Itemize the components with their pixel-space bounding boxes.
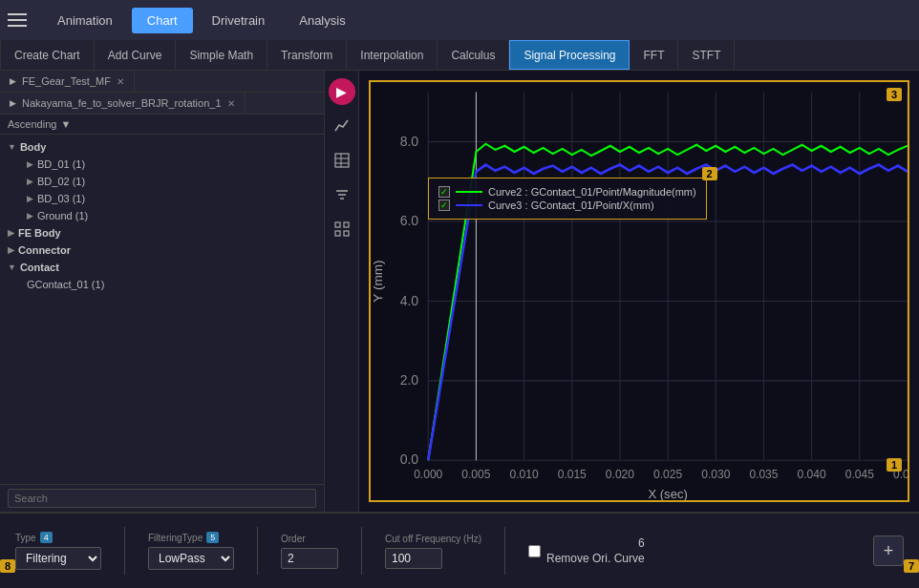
remove-curve-checkbox[interactable] [528, 545, 541, 557]
toolbar-add-curve[interactable]: Add Curve [95, 40, 177, 70]
toolbar: Create Chart Add Curve Simple Math Trans… [0, 40, 919, 71]
cutoff-input[interactable] [385, 548, 442, 569]
filtering-type-label: FilteringType 5 [148, 532, 234, 543]
divider-4 [504, 527, 505, 575]
badge-8: 8 [0, 559, 15, 573]
tree-item-ground[interactable]: ▶ Ground (1) [0, 207, 324, 224]
legend-check-curve2[interactable]: ✓ [438, 186, 450, 198]
svg-text:4.0: 4.0 [400, 292, 419, 307]
chart-main: 0.0 2.0 4.0 6.0 8.0 0.000 0.005 0.010 0.… [359, 71, 919, 512]
tree-body-label: Body [20, 141, 47, 153]
plus-button[interactable]: + [873, 536, 904, 566]
tree-section-body[interactable]: ▼ Body [0, 138, 324, 156]
toolbar-calculus[interactable]: Calculus [438, 40, 509, 70]
svg-rect-8 [344, 222, 349, 227]
toolbar-interpolation[interactable]: Interpolation [347, 40, 438, 70]
tree-area: ▼ Body ▶ BD_01 (1) ▶ BD_02 (1) ▶ BD_03 (… [0, 135, 324, 484]
type-field: Type 4 Filtering [15, 532, 101, 570]
svg-text:0.0: 0.0 [400, 452, 419, 467]
tree-expand-connector: ▶ [8, 245, 14, 255]
tree-item-gcontact01[interactable]: GContact_01 (1) [0, 276, 324, 293]
order-field: Order [281, 534, 338, 569]
nav-animation[interactable]: Animation [42, 8, 128, 33]
sort-row: Ascending ▼ [0, 115, 324, 135]
cutoff-label-text: Cut off Frequency (Hz) [385, 534, 481, 544]
sort-arrow-icon: ▼ [60, 118, 71, 130]
legend-item-curve3: ✓ Curve3 : GContact_01/Point/X(mm) [438, 200, 696, 211]
toolbar-create-chart[interactable]: Create Chart [0, 40, 95, 70]
tree-expand-febdy: ▶ [8, 228, 14, 238]
tree-expand-bd03: ▶ [27, 194, 33, 203]
search-row [0, 484, 324, 512]
tree-item-bd01[interactable]: ▶ BD_01 (1) [0, 156, 324, 173]
tree-item-bd02[interactable]: ▶ BD_02 (1) [0, 173, 324, 190]
svg-text:8.0: 8.0 [400, 133, 419, 148]
menu-icon[interactable] [8, 9, 31, 32]
tab-nakayama-close[interactable]: ✕ [227, 98, 235, 109]
toolbar-stft[interactable]: STFT [678, 40, 735, 70]
cutoff-label: Cut off Frequency (Hz) [385, 534, 481, 544]
tab-arrow-icon-2: ▶ [10, 98, 16, 108]
svg-text:X (sec): X (sec) [648, 487, 687, 500]
legend-check-curve3[interactable]: ✓ [438, 200, 450, 211]
tree-item-bd03[interactable]: ▶ BD_03 (1) [0, 190, 324, 207]
nav-chart[interactable]: Chart [132, 8, 193, 33]
line-chart-icon[interactable] [329, 113, 355, 139]
tree-expand-ground: ▶ [27, 211, 33, 220]
tree-section-connector[interactable]: ▶ Connector [0, 242, 324, 259]
toolbar-simple-math[interactable]: Simple Math [176, 40, 267, 70]
chart-sidebar: ▶ [325, 71, 359, 512]
svg-text:0.020: 0.020 [606, 468, 634, 481]
svg-text:0.045: 0.045 [845, 468, 874, 481]
tree-expand-body: ▼ [8, 142, 16, 152]
tab-fe-gear[interactable]: ▶ FE_Gear_Test_MF ✕ [0, 71, 135, 92]
filtering-type-label-text: FilteringType [148, 533, 203, 543]
main-content: ▶ FE_Gear_Test_MF ✕ ▶ Nakayama_fe_to_sol… [0, 71, 919, 512]
cutoff-field: Cut off Frequency (Hz) [385, 534, 481, 569]
tree-bd03-label: BD_03 (1) [37, 193, 85, 204]
sort-label: Ascending [8, 118, 56, 130]
tree-febdy-label: FE Body [18, 227, 61, 239]
table-icon[interactable] [329, 147, 355, 174]
tab-nakayama[interactable]: ▶ Nakayama_fe_to_solver_BRJR_rotation_1 … [0, 93, 246, 114]
nav-analysis[interactable]: Analysis [284, 8, 360, 33]
divider-3 [361, 527, 362, 575]
legend-label-curve2: Curve2 : GContact_01/Point/Magnitude(mm) [488, 186, 696, 198]
remove-curve-field: 6 Remove Ori. Curve [528, 536, 645, 565]
type-select[interactable]: Filtering [15, 547, 101, 570]
top-navbar: Animation Chart Drivetrain Analysis [0, 0, 919, 40]
tree-connector-label: Connector [18, 244, 71, 256]
tab-fe-gear-close[interactable]: ✕ [117, 76, 124, 87]
search-input[interactable] [8, 489, 316, 508]
toolbar-fft[interactable]: FFT [630, 40, 678, 70]
svg-text:0.040: 0.040 [798, 468, 826, 481]
type-label: Type 4 [15, 532, 101, 543]
svg-text:0.005: 0.005 [461, 468, 490, 481]
svg-text:Y (mm): Y (mm) [371, 260, 385, 302]
type-label-text: Type [15, 533, 36, 543]
order-input[interactable] [281, 548, 338, 569]
svg-rect-9 [335, 231, 340, 236]
nav-drivetrain[interactable]: Drivetrain [197, 8, 281, 33]
svg-text:0.025: 0.025 [653, 468, 682, 481]
svg-rect-10 [344, 231, 349, 236]
svg-rect-7 [335, 222, 340, 227]
filtering-type-select[interactable]: LowPass [148, 547, 234, 570]
tab-arrow-icon: ▶ [10, 76, 16, 86]
tree-contact-label: Contact [20, 262, 59, 273]
svg-text:0.030: 0.030 [701, 468, 730, 481]
toolbar-signal-processing[interactable]: Signal Processing [509, 40, 630, 70]
chart-container: 0.0 2.0 4.0 6.0 8.0 0.000 0.005 0.010 0.… [369, 80, 909, 502]
tree-bd02-label: BD_02 (1) [37, 176, 85, 187]
toolbar-transform[interactable]: Transform [267, 40, 347, 70]
chart-legend: ✓ Curve2 : GContact_01/Point/Magnitude(m… [428, 178, 707, 220]
tree-section-contact[interactable]: ▼ Contact [0, 259, 324, 276]
filter-icon[interactable] [329, 181, 355, 208]
file-tabs: ▶ FE_Gear_Test_MF ✕ [0, 71, 324, 93]
tree-section-febdy[interactable]: ▶ FE Body [0, 224, 324, 242]
legend-label-curve3: Curve3 : GContact_01/Point/X(mm) [488, 200, 654, 211]
settings-icon[interactable] [329, 216, 355, 242]
badge-1: 1 [887, 458, 902, 472]
svg-text:0.015: 0.015 [558, 468, 587, 481]
record-button[interactable]: ▶ [329, 78, 355, 105]
